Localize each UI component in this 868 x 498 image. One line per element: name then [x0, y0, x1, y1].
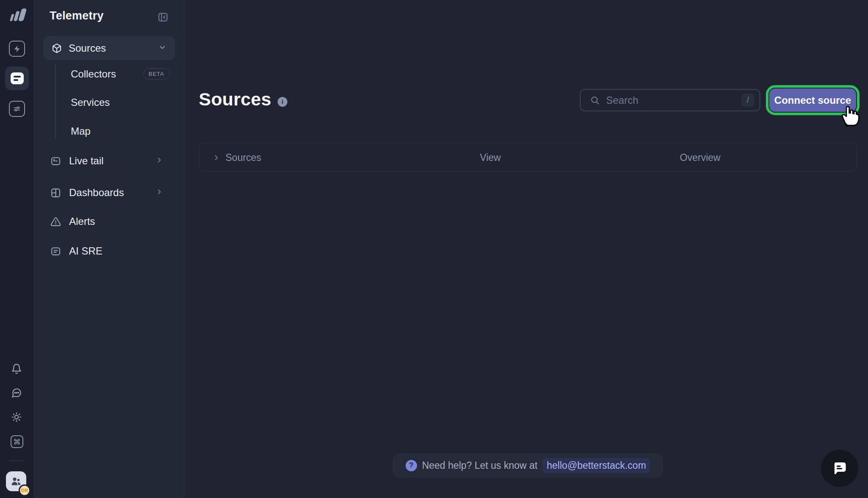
terminal-icon — [50, 156, 61, 166]
beta-badge: BETA — [143, 68, 170, 80]
sidebar-item-label: Live tail — [69, 155, 103, 167]
sub-item-label: Services — [71, 97, 110, 108]
message-lines-icon — [50, 246, 61, 257]
rail-divider — [9, 460, 24, 461]
search-input[interactable] — [606, 94, 741, 106]
sidebar-item-label: Sources — [69, 42, 106, 54]
betterstack-logo-icon — [7, 8, 27, 25]
help-text: Need help? Let us know at — [422, 460, 537, 471]
sidebar-item-live-tail[interactable]: Live tail — [50, 152, 175, 169]
collapse-sidebar-icon[interactable] — [157, 11, 169, 25]
icon-rail: DR — [0, 0, 34, 498]
help-email-link[interactable]: hello@betterstack.com — [542, 458, 650, 473]
column-header-view: View — [480, 143, 501, 172]
sidebar-item-collectors[interactable]: Collectors — [71, 67, 116, 81]
telemetry-logs-icon-selected[interactable] — [5, 66, 29, 90]
sidebar-item-services[interactable]: Services — [71, 95, 110, 110]
chat-fab-button[interactable] — [821, 450, 858, 487]
command-icon[interactable] — [11, 435, 23, 448]
sidebar-item-alerts[interactable]: Alerts — [50, 213, 175, 230]
sun-icon[interactable] — [11, 412, 22, 424]
chat-dots-icon[interactable] — [11, 387, 22, 400]
search-box: / — [580, 89, 760, 111]
connect-source-button[interactable]: Connect source — [769, 89, 856, 112]
sidebar-item-dashboards[interactable]: Dashboards — [50, 184, 175, 201]
help-bar: ? Need help? Let us know at hello@better… — [393, 454, 663, 477]
sidebar: Telemetry Sources Collectors BETA Servic… — [34, 0, 184, 498]
question-icon: ? — [406, 460, 417, 471]
chat-bubble-icon — [831, 459, 849, 477]
chevron-down-icon — [158, 43, 167, 53]
column-header-overview: Overview — [680, 143, 721, 172]
avatar-initials-badge[interactable]: DR — [19, 484, 31, 496]
bell-icon[interactable] — [11, 363, 22, 376]
users-icon — [10, 476, 22, 487]
chevron-right-icon — [212, 154, 220, 162]
sub-item-label: Collectors — [71, 68, 116, 80]
sidebar-item-label: Dashboards — [69, 187, 124, 199]
chevron-right-icon — [156, 156, 163, 166]
sidebar-item-sources[interactable]: Sources — [43, 36, 175, 60]
cube-icon — [52, 43, 62, 53]
sliders-icon[interactable] — [9, 101, 25, 117]
column-header: Sources — [225, 152, 261, 163]
grid-icon — [50, 188, 61, 198]
sidebar-item-ai-sre[interactable]: AI SRE — [50, 243, 175, 260]
sidebar-item-map[interactable]: Map — [71, 124, 91, 138]
alert-triangle-icon — [50, 216, 61, 227]
nav-tree-line — [55, 64, 56, 139]
uptime-lightning-icon[interactable] — [9, 41, 25, 57]
main-content: Sources i / Connect source Sources View … — [185, 0, 868, 498]
sub-item-label: Map — [71, 125, 91, 137]
sources-table-header: Sources View Overview — [199, 143, 857, 172]
page-title: Sources — [199, 89, 271, 110]
table-header-sources-group[interactable]: Sources — [212, 143, 261, 172]
chevron-right-icon — [156, 188, 163, 197]
logs-icon — [11, 72, 24, 84]
search-icon — [590, 95, 600, 105]
sidebar-item-label: AI SRE — [69, 245, 103, 257]
info-icon[interactable]: i — [278, 97, 287, 107]
sidebar-item-label: Alerts — [69, 216, 95, 227]
sidebar-title: Telemetry — [50, 9, 103, 22]
slash-shortcut-key: / — [741, 94, 754, 107]
